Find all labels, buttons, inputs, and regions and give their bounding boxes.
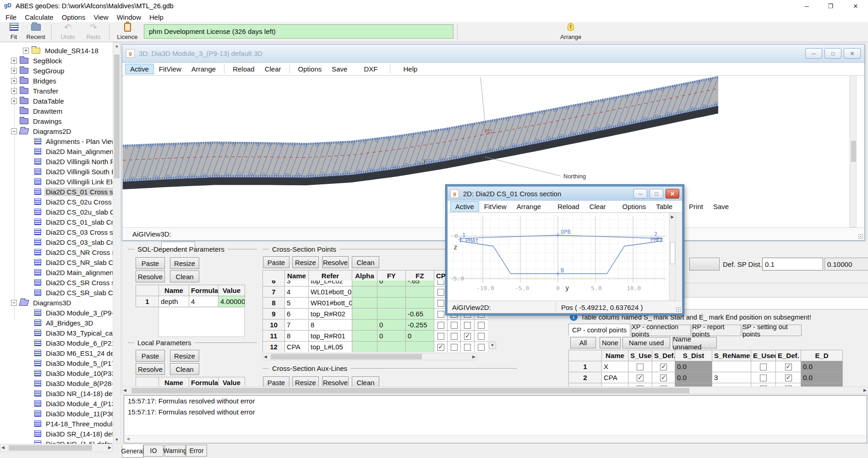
csp-clean-button[interactable]: Clean: [352, 256, 379, 268]
checkbox[interactable]: [464, 322, 471, 329]
checkbox[interactable]: [451, 333, 458, 340]
aux-paste-button[interactable]: Paste: [263, 376, 289, 386]
checkbox[interactable]: [478, 322, 485, 329]
checkbox[interactable]: [478, 344, 485, 351]
e-def-checkbox-checked[interactable]: [785, 375, 792, 381]
cross-section-plot[interactable]: 0 -5.0 z -10.0 -5.0 0 5.0 10.0 y: [448, 213, 669, 300]
menu-help[interactable]: Help: [145, 12, 168, 22]
def-sp-dist-input[interactable]: 0.1: [762, 258, 823, 270]
cp-checkbox-checked[interactable]: [437, 344, 444, 351]
maximize-button[interactable]: ❐: [820, 0, 841, 12]
menu-window[interactable]: Window: [113, 12, 145, 22]
tab-io[interactable]: IO: [143, 445, 164, 457]
tree-item-selected[interactable]: Dia2D CS_01 Cross sect: [0, 187, 113, 197]
tree-item[interactable]: Dia2D CS_01_slab Cros: [0, 217, 113, 227]
none-button[interactable]: None: [600, 337, 621, 348]
tree-item[interactable]: DataTable: [0, 96, 113, 106]
sol-resolve-button[interactable]: Resolve: [136, 270, 165, 282]
sol-clean-button[interactable]: Clean: [170, 270, 199, 282]
tree-item[interactable]: Dia3D Module_4_(P13-: [0, 398, 113, 408]
sol-paste-button[interactable]: Paste: [136, 257, 165, 269]
title-bar[interactable]: gD ABES geoDes: D:\work\Afcons\Maldives\…: [0, 0, 868, 12]
close-icon[interactable]: ✕: [844, 48, 861, 59]
checkbox[interactable]: [478, 333, 485, 340]
minimize-button[interactable]: ─: [633, 189, 647, 199]
tree-item[interactable]: DrawItem: [0, 106, 113, 116]
tab-cp-control-points[interactable]: CP - control points: [568, 324, 630, 336]
tree-item[interactable]: Diagrams2D: [0, 126, 113, 136]
tree-item[interactable]: Dia2D CS_NR Cross sec: [0, 247, 113, 257]
menu-calculate[interactable]: Calculate: [21, 12, 58, 22]
tree-item[interactable]: All_Bridges_3D: [0, 318, 113, 328]
cp-checkbox[interactable]: [437, 333, 444, 340]
tree-item[interactable]: Dia3D Module_3_(P9-1: [0, 308, 113, 318]
close-button[interactable]: ✕: [845, 0, 866, 12]
undo-button[interactable]: ↶ Undo: [56, 23, 80, 41]
scroll-down-arrow[interactable]: ▼: [489, 342, 496, 349]
tree-item[interactable]: Dia3D Module_6_(P21-: [0, 338, 113, 348]
aux-resolve-button[interactable]: Resolve: [322, 376, 349, 386]
menu-options[interactable]: Options: [58, 12, 90, 22]
fit-button[interactable]: Fit: [2, 23, 26, 41]
tree-item[interactable]: Alignments - Plan View: [0, 136, 113, 146]
menu-clear[interactable]: Clear: [260, 64, 286, 74]
tree-item[interactable]: Dia2D CS_02u Cross se: [0, 197, 113, 207]
checkbox[interactable]: [637, 386, 644, 386]
tree-vertical-scrollbar[interactable]: ▲ ▼: [113, 42, 121, 444]
minimize-button[interactable]: ─: [805, 48, 822, 59]
sol-resize-button[interactable]: Resize: [170, 257, 199, 269]
e-used-checkbox[interactable]: [760, 375, 767, 381]
aux-resize-button[interactable]: Resize: [292, 376, 319, 386]
tree-item[interactable]: Dia2D Main_alignment: [0, 267, 113, 277]
checkbox[interactable]: [451, 344, 458, 351]
resize-grip[interactable]: [858, 234, 863, 239]
maximize-button[interactable]: □: [824, 48, 841, 59]
menu-view[interactable]: View: [89, 12, 112, 22]
local-resize-button[interactable]: Resize: [170, 350, 199, 362]
menu-fitview[interactable]: FitView: [479, 201, 512, 212]
tab-sp-setting-out-points[interactable]: SP - setting out points: [742, 325, 802, 336]
tree-item[interactable]: Dia2D Main_alignment: [0, 146, 113, 156]
csp-horizontal-scrollbar[interactable]: ◀ ▶: [262, 353, 477, 360]
tree-item[interactable]: Dia3D NR_(14-18) defa: [0, 388, 113, 398]
expand-icon[interactable]: [23, 48, 29, 54]
menu-clear[interactable]: Clear: [584, 201, 611, 212]
checkbox[interactable]: [660, 386, 667, 386]
cp-checkbox[interactable]: [437, 281, 444, 285]
menu-reload[interactable]: Reload: [552, 201, 584, 212]
s-used-checkbox[interactable]: [637, 364, 644, 370]
cp-checkbox[interactable]: [437, 322, 444, 329]
menu-save[interactable]: Save: [708, 201, 734, 212]
s-def-checkbox-checked[interactable]: [660, 364, 667, 370]
cell-name[interactable]: depth: [159, 296, 189, 307]
tab-rp-report-points[interactable]: RP - report points: [692, 325, 741, 336]
tree-item[interactable]: Dia3D M6_ES1_24 defa: [0, 348, 113, 358]
tab-general[interactable]: General: [122, 445, 143, 458]
menu-active[interactable]: Active: [125, 64, 154, 74]
tree-item[interactable]: Bridges: [0, 76, 113, 86]
tree-item[interactable]: Dia3D Module_5_(P17-: [0, 358, 113, 368]
minimize-button[interactable]: ─: [796, 0, 817, 12]
arrange-button[interactable]: ! Arrange: [557, 23, 584, 41]
tree-item[interactable]: Module_SR14-18: [0, 45, 113, 55]
log-output[interactable]: 15:57:17: Formulas resolved without erro…: [124, 395, 867, 443]
panel-horizontal-scrollbar[interactable]: ◀ ▶: [122, 386, 868, 394]
tree-item[interactable]: Dia2D Villingili Link Ele: [0, 177, 113, 187]
tree-item[interactable]: SegGroup: [0, 66, 113, 76]
menu-help[interactable]: Help: [398, 64, 422, 74]
e-used-checkbox[interactable]: [760, 364, 767, 370]
expand-icon[interactable]: [11, 78, 17, 84]
window-2d-titlebar[interactable]: g 2D: Dia2D CS_01 Cross section ─ □ ✕: [448, 187, 682, 201]
tree-item[interactable]: Dia2D CS_SR_slab Cros: [0, 287, 113, 298]
all-button[interactable]: All: [570, 337, 596, 348]
s-def-checkbox-checked[interactable]: [660, 375, 667, 381]
menu-arrange[interactable]: Arrange: [186, 64, 221, 74]
tree-item[interactable]: Dia2D CS_03 Cross sec: [0, 227, 113, 237]
collapse-icon[interactable]: [11, 128, 17, 134]
plot-vertical-scrollbar[interactable]: ▶: [669, 213, 676, 300]
csp-resolve-button[interactable]: Resolve: [322, 256, 349, 268]
expand-icon[interactable]: [11, 58, 17, 64]
menu-print[interactable]: Print: [684, 201, 708, 212]
expand-icon[interactable]: [11, 98, 17, 104]
tree-horizontal-scrollbar[interactable]: ◀ ▶: [0, 444, 113, 452]
